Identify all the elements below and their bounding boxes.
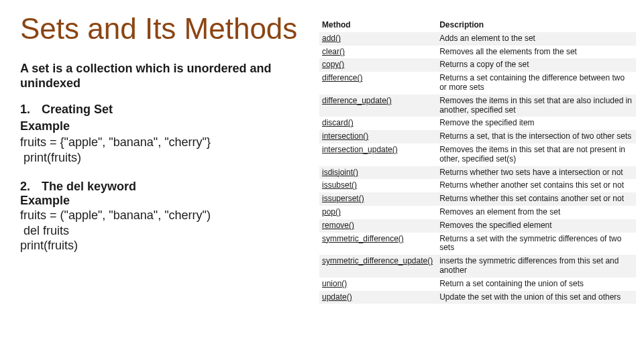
example-label: Example	[20, 119, 307, 133]
method-cell: difference()	[319, 72, 437, 95]
left-column: Sets and Its Methods A set is a collecti…	[0, 0, 315, 362]
method-cell: intersection()	[319, 130, 437, 143]
section-title: Creating Set	[42, 103, 113, 116]
description-cell: Returns a copy of the set	[437, 58, 636, 72]
description-cell: Removes all the elements from the set	[437, 46, 636, 59]
table-row: difference()Returns a set containing the…	[319, 72, 636, 95]
description-cell: inserts the symmetric differences from t…	[437, 255, 636, 278]
header-method: Method	[319, 19, 437, 32]
table-row: issuperset()Returns whether this set con…	[319, 192, 636, 206]
table-row: update()Update the set with the union of…	[319, 291, 636, 304]
table-row: copy()Returns a copy of the set	[319, 58, 636, 72]
method-link[interactable]: copy()	[322, 60, 344, 69]
method-link[interactable]: intersection_update()	[322, 145, 398, 154]
description-cell: Returns a set, that is the intersection …	[437, 130, 636, 143]
method-cell: remove()	[319, 219, 437, 233]
description-cell: Returns whether another set contains thi…	[437, 179, 636, 192]
table-row: add()Adds an element to the set	[319, 32, 636, 46]
description-cell: Remove the specified item	[437, 117, 636, 130]
method-cell: difference_update()	[319, 95, 437, 117]
method-cell: symmetric_difference()	[319, 233, 437, 255]
example-label: Example	[20, 194, 307, 208]
description-cell: Removes the items in this set that are a…	[437, 95, 636, 117]
description-cell: Update the set with the union of this se…	[437, 291, 636, 304]
method-link[interactable]: isdisjoint()	[322, 168, 358, 177]
section-heading: 2.The del keyword	[20, 180, 307, 194]
slide: Sets and Its Methods A set is a collecti…	[0, 0, 644, 362]
method-cell: pop()	[319, 206, 437, 219]
description-cell: Removes an element from the set	[437, 206, 636, 219]
method-link[interactable]: intersection()	[322, 131, 368, 141]
method-cell: isdisjoint()	[319, 166, 437, 180]
method-link[interactable]: issubset()	[322, 180, 357, 190]
method-cell: issuperset()	[319, 192, 437, 206]
table-row: union()Return a set containing the union…	[319, 278, 636, 291]
method-link[interactable]: union()	[322, 279, 347, 288]
description-cell: Removes the items in this set that are n…	[437, 143, 636, 166]
table-row: pop()Removes an element from the set	[319, 206, 636, 219]
method-cell: discard()	[319, 117, 437, 130]
method-cell: union()	[319, 278, 437, 291]
section-title: The del keyword	[42, 180, 136, 193]
method-link[interactable]: symmetric_difference_update()	[322, 256, 433, 265]
method-link[interactable]: remove()	[322, 221, 354, 230]
description-cell: Adds an element to the set	[437, 32, 636, 46]
method-link[interactable]: difference()	[322, 73, 362, 82]
description-cell: Return a set containing the union of set…	[437, 278, 636, 291]
section-heading: 1.Creating Set	[20, 103, 307, 117]
method-link[interactable]: pop()	[322, 207, 341, 217]
method-link[interactable]: discard()	[322, 118, 354, 127]
right-column: Method Description add()Adds an element …	[315, 0, 644, 362]
description-cell: Returns a set with the symmetric differe…	[437, 233, 636, 255]
method-link[interactable]: difference_update()	[322, 96, 392, 105]
description-cell: Removes the specified element	[437, 219, 636, 233]
section-number: 2.	[20, 180, 42, 194]
method-link[interactable]: update()	[322, 292, 352, 302]
method-link[interactable]: issuperset()	[322, 194, 364, 203]
table-row: discard()Remove the specified item	[319, 117, 636, 130]
method-cell: clear()	[319, 46, 437, 59]
header-description: Description	[437, 19, 636, 32]
method-link[interactable]: symmetric_difference()	[322, 234, 404, 243]
methods-table: Method Description add()Adds an element …	[319, 19, 636, 304]
description-cell: Returns a set containing the difference …	[437, 72, 636, 95]
table-row: isdisjoint()Returns whether two sets hav…	[319, 166, 636, 180]
method-link[interactable]: clear()	[322, 47, 345, 56]
method-cell: update()	[319, 291, 437, 304]
table-row: intersection_update()Removes the items i…	[319, 143, 636, 166]
method-cell: add()	[319, 32, 437, 46]
method-cell: symmetric_difference_update()	[319, 255, 437, 278]
table-row: issubset()Returns whether another set co…	[319, 179, 636, 192]
table-row: symmetric_difference()Returns a set with…	[319, 233, 636, 255]
method-cell: copy()	[319, 58, 437, 72]
table-row: remove()Removes the specified element	[319, 219, 636, 233]
table-row: symmetric_difference_update()inserts the…	[319, 255, 636, 278]
description-cell: Returns whether two sets have a intersec…	[437, 166, 636, 180]
subtitle: A set is a collection which is unordered…	[20, 62, 307, 90]
description-cell: Returns whether this set contains anothe…	[437, 192, 636, 206]
table-row: clear()Removes all the elements from the…	[319, 46, 636, 59]
table-row: intersection()Returns a set, that is the…	[319, 130, 636, 143]
method-cell: intersection_update()	[319, 143, 437, 166]
section-del-keyword: 2.The del keyword Example fruits = ("app…	[20, 180, 307, 253]
method-link[interactable]: add()	[322, 34, 341, 43]
section-creating-set: 1.Creating Set Example fruits = {"apple"…	[20, 103, 307, 165]
page-title: Sets and Its Methods	[20, 13, 307, 44]
method-cell: issubset()	[319, 179, 437, 192]
section-number: 1.	[20, 103, 42, 117]
code-block: fruits = {"apple", "banana", "cherry"} p…	[20, 135, 307, 165]
table-row: difference_update()Removes the items in …	[319, 95, 636, 117]
table-header-row: Method Description	[319, 19, 636, 32]
code-block: fruits = ("apple", "banana", "cherry") d…	[20, 208, 307, 253]
